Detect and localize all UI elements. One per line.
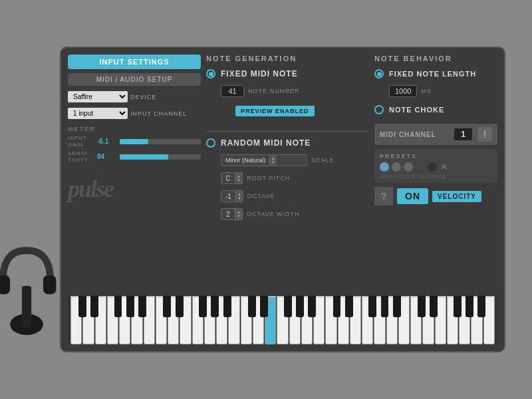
presets-dots-row: ✕ xyxy=(380,162,492,172)
fixed-length-radio-row[interactable]: FIXED NOTE LENGTH xyxy=(374,69,497,78)
note-number-value[interactable]: 41 xyxy=(221,85,244,97)
input-channel-label: INPUT CHANNEL xyxy=(130,110,187,117)
white-key-19[interactable] xyxy=(301,296,313,344)
input-gain-value: -6.1 xyxy=(97,138,116,145)
root-pitch-label: ROOT PITCH xyxy=(247,175,290,182)
note-choke-radio[interactable] xyxy=(374,105,384,114)
white-key-31[interactable] xyxy=(447,296,458,344)
fixed-note-radio-row[interactable]: FIXED MIDI NOTE xyxy=(206,69,369,78)
fixed-length-label: FIXED NOTE LENGTH xyxy=(389,70,476,78)
white-key-11[interactable] xyxy=(204,296,215,344)
white-key-34[interactable] xyxy=(483,296,495,344)
white-key-29[interactable] xyxy=(422,296,434,344)
preset-dot-5[interactable] xyxy=(428,162,437,172)
white-key-12[interactable] xyxy=(216,296,227,344)
white-key-27[interactable] xyxy=(398,296,410,344)
white-key-9[interactable] xyxy=(180,296,191,344)
white-key-7[interactable] xyxy=(156,296,167,344)
white-key-23[interactable] xyxy=(350,296,361,344)
device-select[interactable]: Saffire xyxy=(68,91,128,102)
top-section: INPUT SETTINGS MIDI / AUDIO SETUP Saffir… xyxy=(68,55,497,295)
white-key-22[interactable] xyxy=(338,296,349,344)
help-button[interactable]: ? xyxy=(374,187,393,205)
white-key-33[interactable] xyxy=(471,296,482,344)
input-gain-label: INPUTGAIN xyxy=(68,135,93,148)
headphone-decoration xyxy=(0,233,66,339)
root-pitch-value: C xyxy=(221,175,235,182)
preset-clear-button[interactable]: ✕ xyxy=(441,162,448,172)
white-key-1[interactable] xyxy=(82,296,94,344)
white-key-4[interactable] xyxy=(119,296,130,344)
white-key-21[interactable] xyxy=(325,296,336,344)
preset-dot-4[interactable] xyxy=(416,162,425,172)
white-key-0[interactable] xyxy=(70,296,82,344)
white-key-18[interactable] xyxy=(289,296,301,344)
preset-dot-3[interactable] xyxy=(404,162,413,172)
octave-spinner[interactable]: -1 ▲ ▼ xyxy=(221,190,243,202)
preset-dot-1[interactable] xyxy=(380,162,389,172)
input-channel-select[interactable]: 1 input xyxy=(68,108,128,119)
octave-arrows[interactable]: ▲ ▼ xyxy=(235,191,243,201)
svg-rect-2 xyxy=(0,275,10,294)
white-key-8[interactable] xyxy=(168,296,179,344)
preview-button[interactable]: PREVIEW ENABLED xyxy=(235,106,315,116)
root-pitch-spinner[interactable]: C ▲ ▼ xyxy=(221,172,243,184)
ms-label: MS xyxy=(421,88,432,94)
white-key-25[interactable] xyxy=(374,296,385,344)
octave-width-arrows[interactable]: ▲ ▼ xyxy=(235,209,242,219)
input-settings-button[interactable]: INPUT SETTINGS xyxy=(68,55,201,69)
input-gain-slider[interactable] xyxy=(120,139,201,144)
white-key-24[interactable] xyxy=(362,296,373,344)
white-key-28[interactable] xyxy=(410,296,422,344)
scale-arrows[interactable]: ▲ ▼ xyxy=(269,155,277,166)
white-key-14[interactable] xyxy=(241,296,252,344)
octave-label: OCTAVE xyxy=(247,193,275,200)
on-button[interactable]: ON xyxy=(397,188,428,204)
ms-value[interactable]: 1000 xyxy=(389,85,417,97)
sensitivity-label: SENSI-TIVITY xyxy=(68,150,93,163)
white-key-13[interactable] xyxy=(228,296,239,344)
preset-dot-2[interactable] xyxy=(392,162,401,172)
white-key-30[interactable] xyxy=(435,296,446,344)
fixed-length-radio[interactable] xyxy=(374,69,384,78)
white-key-5[interactable] xyxy=(131,296,142,344)
root-down-arrow[interactable]: ▼ xyxy=(237,178,241,182)
white-key-3[interactable] xyxy=(107,296,118,344)
octave-width-value: 2 xyxy=(221,211,235,218)
white-key-2[interactable] xyxy=(95,296,106,344)
white-key-16[interactable] xyxy=(265,296,276,344)
velocity-button[interactable]: VELOCITY xyxy=(432,191,481,202)
sensitivity-slider[interactable] xyxy=(120,154,201,160)
white-key-10[interactable] xyxy=(192,296,203,344)
octave-width-down-arrow[interactable]: ▼ xyxy=(237,214,241,218)
root-pitch-arrows[interactable]: ▲ ▼ xyxy=(235,173,242,184)
note-choke-radio-row[interactable]: NOTE CHOKE xyxy=(374,105,497,114)
white-key-20[interactable] xyxy=(313,296,325,344)
fixed-note-radio[interactable] xyxy=(206,69,215,78)
note-choke-label: NOTE CHOKE xyxy=(389,106,444,114)
midi-audio-button[interactable]: MIDI / AUDIO SETUP xyxy=(68,73,201,86)
white-key-15[interactable] xyxy=(253,296,264,344)
octave-width-spinner[interactable]: 2 ▲ ▼ xyxy=(221,208,243,220)
presets-label: PRESETS xyxy=(380,153,492,160)
midi-channel-bar: MIDI CHANNEL 1 ! xyxy=(374,124,497,145)
plugin-wrapper: INPUT SETTINGS MIDI / AUDIO SETUP Saffir… xyxy=(27,47,505,352)
random-note-radio[interactable] xyxy=(206,138,215,148)
piano-keyboard[interactable] xyxy=(68,295,497,344)
pulse-logo: pulse xyxy=(68,175,201,203)
scale-down-arrow[interactable]: ▼ xyxy=(271,160,275,164)
right-panel: NOTE BEHAVIOR FIXED NOTE LENGTH 1000 MS … xyxy=(374,55,497,295)
white-key-26[interactable] xyxy=(386,296,398,344)
white-key-32[interactable] xyxy=(459,296,470,344)
random-note-radio-row[interactable]: RANDOM MIDI NOTE xyxy=(206,138,369,148)
note-behavior-title: NOTE BEHAVIOR xyxy=(374,55,497,63)
svg-rect-1 xyxy=(22,286,31,327)
octave-down-arrow[interactable]: ▼ xyxy=(237,196,241,200)
divider xyxy=(206,131,369,132)
white-key-17[interactable] xyxy=(277,296,288,344)
scale-spinner[interactable]: Minor (Natural) ▲ ▼ xyxy=(221,154,307,166)
white-key-6[interactable] xyxy=(144,296,155,344)
device-row: Saffire DEVICE xyxy=(68,91,201,102)
exclamation-button[interactable]: ! xyxy=(477,127,492,142)
midi-channel-value[interactable]: 1 xyxy=(454,128,472,140)
